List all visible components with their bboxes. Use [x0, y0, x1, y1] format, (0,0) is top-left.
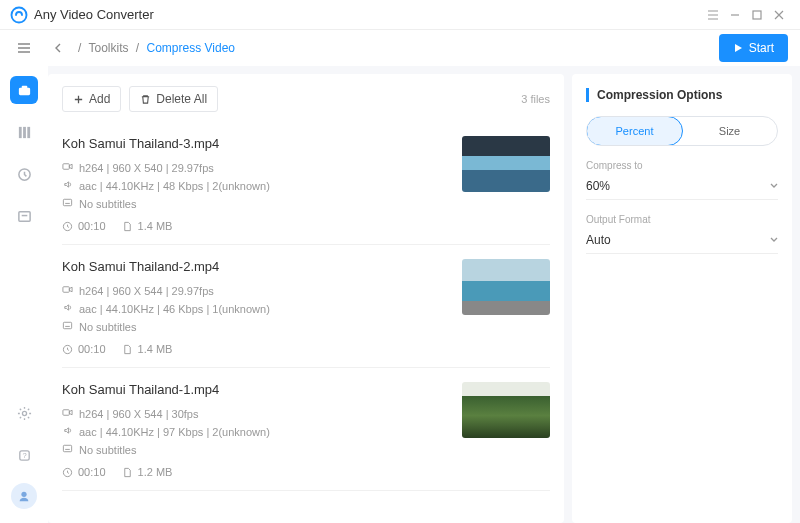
clock-icon: [62, 467, 73, 478]
clock-icon: [62, 221, 73, 232]
close-button[interactable]: [768, 4, 790, 26]
duration: 00:10: [62, 466, 106, 478]
file-icon: [122, 344, 133, 355]
svg-rect-14: [63, 199, 71, 205]
svg-rect-19: [63, 410, 69, 416]
video-icon: [62, 284, 73, 297]
start-button[interactable]: Start: [719, 34, 788, 62]
titlebar: Any Video Converter: [0, 0, 800, 30]
menu-button[interactable]: [702, 4, 724, 26]
mode-size[interactable]: Size: [682, 117, 777, 145]
toolbar-row: / Toolkits / Compress Video Start: [0, 30, 800, 66]
delete-all-button[interactable]: Delete All: [129, 86, 218, 112]
svg-rect-16: [63, 287, 69, 293]
svg-rect-2: [18, 87, 29, 95]
sidebar: ?: [0, 66, 48, 523]
mode-percent[interactable]: Percent: [586, 116, 683, 146]
svg-rect-13: [63, 164, 69, 170]
file-footer: 00:101.2 MB: [62, 466, 550, 478]
sidebar-item-library[interactable]: [10, 118, 38, 146]
audio-icon: [62, 179, 73, 192]
file-footer: 00:101.4 MB: [62, 343, 550, 355]
compress-to-select[interactable]: 60%: [586, 175, 778, 200]
thumbnail: [462, 382, 550, 438]
audio-icon: [62, 302, 73, 315]
subtitle-icon: [62, 443, 73, 456]
app-title: Any Video Converter: [34, 7, 154, 22]
duration: 00:10: [62, 220, 106, 232]
plus-icon: [73, 94, 84, 105]
play-icon: [733, 43, 743, 53]
options-title: Compression Options: [586, 88, 778, 102]
file-item[interactable]: Koh Samui Thailand-2.mp4h264 | 960 X 544…: [62, 245, 550, 368]
trash-icon: [140, 94, 151, 105]
file-icon: [122, 221, 133, 232]
svg-rect-4: [18, 126, 21, 137]
file-size: 1.2 MB: [122, 466, 173, 478]
user-avatar[interactable]: [11, 483, 37, 509]
clock-icon: [62, 344, 73, 355]
sidebar-item-toolkits[interactable]: [10, 76, 38, 104]
file-item[interactable]: Koh Samui Thailand-3.mp4h264 | 960 X 540…: [62, 122, 550, 245]
svg-rect-6: [27, 126, 30, 137]
file-size: 1.4 MB: [122, 220, 173, 232]
svg-rect-5: [23, 126, 26, 137]
subtitle-icon: [62, 197, 73, 210]
breadcrumb-root[interactable]: Toolkits: [88, 41, 128, 55]
svg-point-9: [22, 411, 26, 415]
breadcrumb: / Toolkits / Compress Video: [74, 41, 235, 55]
compress-to-label: Compress to: [586, 160, 778, 171]
add-button[interactable]: Add: [62, 86, 121, 112]
file-size: 1.4 MB: [122, 343, 173, 355]
output-format-select[interactable]: Auto: [586, 229, 778, 254]
file-footer: 00:101.4 MB: [62, 220, 550, 232]
minimize-button[interactable]: [724, 4, 746, 26]
thumbnail: [462, 259, 550, 315]
video-icon: [62, 407, 73, 420]
svg-point-0: [12, 7, 27, 22]
back-button[interactable]: [48, 37, 70, 59]
maximize-button[interactable]: [746, 4, 768, 26]
file-item[interactable]: Koh Samui Thailand-1.mp4h264 | 960 X 544…: [62, 368, 550, 491]
subtitle-info: No subtitles: [62, 443, 550, 456]
svg-rect-1: [753, 11, 761, 19]
app-logo-icon: [10, 6, 28, 24]
subtitle-info: No subtitles: [62, 197, 550, 210]
svg-rect-20: [63, 445, 71, 451]
svg-rect-17: [63, 322, 71, 328]
svg-rect-8: [18, 211, 29, 220]
chevron-down-icon: [770, 236, 778, 244]
settings-button[interactable]: [10, 399, 38, 427]
help-button[interactable]: ?: [10, 441, 38, 469]
mode-segmented-control: Percent Size: [586, 116, 778, 146]
compression-options-panel: Compression Options Percent Size Compres…: [572, 74, 792, 523]
chevron-down-icon: [770, 182, 778, 190]
sidebar-item-history[interactable]: [10, 160, 38, 188]
breadcrumb-current[interactable]: Compress Video: [147, 41, 236, 55]
svg-point-12: [21, 492, 26, 497]
svg-rect-3: [21, 85, 27, 88]
svg-text:?: ?: [22, 451, 26, 460]
file-icon: [122, 467, 133, 478]
thumbnail: [462, 136, 550, 192]
subtitle-icon: [62, 320, 73, 333]
subtitle-info: No subtitles: [62, 320, 550, 333]
sidebar-item-downloads[interactable]: [10, 202, 38, 230]
video-icon: [62, 161, 73, 174]
file-list-panel: Add Delete All 3 files Koh Samui Thailan…: [48, 74, 564, 523]
duration: 00:10: [62, 343, 106, 355]
audio-icon: [62, 425, 73, 438]
output-format-label: Output Format: [586, 214, 778, 225]
hamburger-button[interactable]: [0, 30, 48, 66]
file-count: 3 files: [521, 93, 550, 105]
